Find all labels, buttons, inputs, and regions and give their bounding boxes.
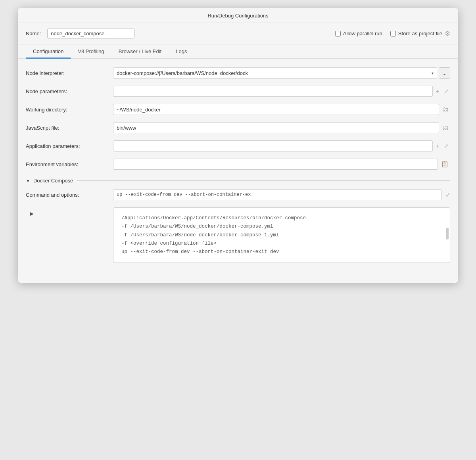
allow-parallel-group: Allow parallel run xyxy=(335,31,382,36)
interpreter-browse-button[interactable]: ... xyxy=(439,67,450,79)
command-expand-icon[interactable]: ⤢ xyxy=(445,192,450,198)
javascript-file-label: JavaScript file: xyxy=(26,125,113,131)
store-project-group: Store as project file ⚙ xyxy=(390,30,450,37)
name-label: Name: xyxy=(26,31,41,36)
node-interpreter-value: docker-compose://[/Users/barbara/WS/node… xyxy=(117,70,430,76)
working-directory-row: Working directory: 🗂 xyxy=(26,103,450,116)
preview-area: ▶ /Applications/Docker.app/Contents/Reso… xyxy=(26,204,450,267)
dialog-title: Run/Debug Configurations xyxy=(18,8,458,23)
app-parameters-input[interactable] xyxy=(113,140,433,151)
allow-parallel-label: Allow parallel run xyxy=(343,31,382,36)
tab-v8profiling[interactable]: V8 Profiling xyxy=(71,44,111,59)
dialog-title-text: Run/Debug Configurations xyxy=(207,13,268,19)
content-area: Node interpreter: docker-compose://[/Use… xyxy=(18,59,458,283)
app-parameters-label: Application parameters: xyxy=(26,143,113,149)
command-options-row: Command and options: ⤢ xyxy=(26,189,450,200)
preview-line-2: -f /Users/barbara/WS/node_docker/docker-… xyxy=(121,222,442,231)
app-parameters-field-wrap: + ⤢ xyxy=(113,140,450,151)
node-interpreter-input-wrap[interactable]: docker-compose://[/Users/barbara/WS/node… xyxy=(113,67,437,79)
env-variables-field-wrap: 📋 xyxy=(113,159,450,170)
tab-browser-live-edit[interactable]: Browser / Live Edit xyxy=(111,44,169,59)
interpreter-dropdown-arrow: ▾ xyxy=(430,71,435,75)
app-parameters-row: Application parameters: + ⤢ xyxy=(26,140,450,152)
tab-configuration[interactable]: Configuration xyxy=(26,44,71,59)
allow-parallel-checkbox[interactable] xyxy=(335,31,341,36)
working-directory-label: Working directory: xyxy=(26,107,113,113)
command-options-label: Command and options: xyxy=(26,192,113,198)
javascript-file-folder-icon[interactable]: 🗂 xyxy=(441,123,450,132)
preview-label-area: ▶ xyxy=(26,204,113,217)
preview-scrollbar[interactable] xyxy=(446,228,449,240)
tabs-row: Configuration V8 Profiling Browser / Liv… xyxy=(18,44,458,59)
node-parameters-row: Node parameters: + ⤢ xyxy=(26,85,450,98)
name-input[interactable] xyxy=(47,29,134,38)
preview-line-3: -f /Users/barbara/WS/node_docker/docker-… xyxy=(121,231,442,240)
working-directory-input[interactable] xyxy=(113,104,439,115)
working-directory-folder-icon[interactable]: 🗂 xyxy=(441,105,450,114)
docker-compose-section-title: Docker Compose xyxy=(33,178,73,184)
env-variables-input[interactable] xyxy=(113,159,438,170)
run-debug-dialog: Run/Debug Configurations Name: Allow par… xyxy=(18,8,458,283)
bottom-spacer xyxy=(26,267,450,279)
node-parameters-expand-icon[interactable]: ⤢ xyxy=(442,87,450,95)
app-parameters-plus-icon[interactable]: + xyxy=(434,142,441,150)
preview-line-1: /Applications/Docker.app/Contents/Resour… xyxy=(121,214,442,222)
env-variables-row: Environment variables: 📋 xyxy=(26,158,450,171)
store-project-checkbox[interactable] xyxy=(390,31,396,36)
working-directory-field-wrap: 🗂 xyxy=(113,104,450,115)
command-options-input[interactable] xyxy=(113,189,441,200)
node-parameters-field-wrap: + ⤢ xyxy=(113,86,450,97)
javascript-file-field-wrap: 🗂 xyxy=(113,122,450,133)
node-parameters-input[interactable] xyxy=(113,86,433,97)
command-options-field-wrap: ⤢ xyxy=(113,189,450,200)
docker-compose-collapse-arrow[interactable]: ▼ xyxy=(26,178,30,183)
env-variables-doc-icon[interactable]: 📋 xyxy=(440,160,450,169)
node-parameters-label: Node parameters: xyxy=(26,88,113,94)
preview-box: /Applications/Docker.app/Contents/Resour… xyxy=(113,207,450,263)
header-row: Name: Allow parallel run Store as projec… xyxy=(18,23,458,44)
env-variables-label: Environment variables: xyxy=(26,161,113,167)
preview-line-5: up --exit-code-from dev --abort-on-conta… xyxy=(121,248,442,256)
store-project-label: Store as project file xyxy=(398,31,442,36)
node-interpreter-field-wrap: docker-compose://[/Users/barbara/WS/node… xyxy=(113,67,450,79)
node-interpreter-label: Node interpreter: xyxy=(26,70,113,76)
header-options: Allow parallel run Store as project file… xyxy=(335,30,450,37)
node-interpreter-row: Node interpreter: docker-compose://[/Use… xyxy=(26,67,450,79)
section-divider-line xyxy=(77,180,450,181)
preview-line-4: -f <override configuration file> xyxy=(121,240,442,248)
docker-compose-section-divider: ▼ Docker Compose xyxy=(26,178,450,184)
javascript-file-row: JavaScript file: 🗂 xyxy=(26,121,450,134)
tab-logs[interactable]: Logs xyxy=(169,44,194,59)
javascript-file-input[interactable] xyxy=(113,122,439,133)
node-parameters-plus-icon[interactable]: + xyxy=(434,87,441,95)
preview-section-arrow[interactable]: ▶ xyxy=(30,211,34,217)
app-parameters-expand-icon[interactable]: ⤢ xyxy=(442,142,450,150)
gear-icon[interactable]: ⚙ xyxy=(445,30,450,37)
